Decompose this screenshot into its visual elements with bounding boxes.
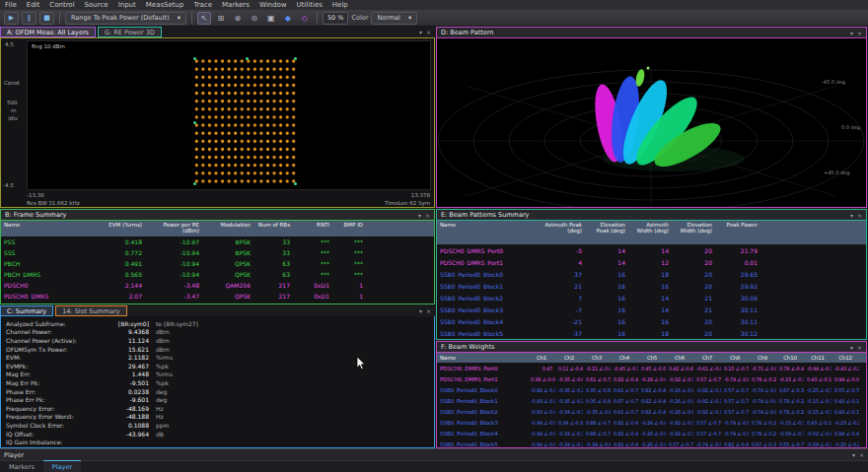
column-header[interactable]: Name (437, 354, 528, 362)
marker-icon[interactable]: ◆ (281, 12, 295, 25)
pause-icon[interactable]: ‖ (22, 12, 36, 25)
color-mode-dropdown[interactable]: Normal ▾ (371, 12, 417, 25)
summary-row: Frequency Error: -48.169 Hz (1, 404, 434, 413)
menu-item[interactable]: Window (254, 0, 292, 10)
column-header[interactable]: Ch8 (721, 354, 749, 362)
table-row[interactable]: PDSCH0_DMRS2.07 -3.47QPSK 2170xD1 1 (1, 291, 434, 302)
table-row[interactable]: SSB0_Period0_Block121 1616 2029.92 (437, 280, 866, 292)
panel-menu-icon[interactable]: ▾ (850, 212, 853, 219)
menu-item[interactable]: Edit (22, 0, 45, 10)
table-row[interactable]: PDSCH0_DMRS_Port0-5 1414 2021.79 (437, 244, 866, 256)
table-row[interactable]: PSS0.418 -10.97BPSK 33*** *** (1, 236, 434, 247)
menu-item[interactable]: Input (113, 0, 141, 10)
column-header[interactable]: Ch7 (693, 354, 721, 362)
zoom-in-icon[interactable]: ⊕ (231, 12, 245, 25)
column-header[interactable]: Num of RBs (253, 221, 293, 236)
panel-menu-icon[interactable]: ▾ (418, 212, 421, 219)
table-row[interactable]: SSB0_Period0_Block4 -0.94 ∠-0.05-0.34 ∠-… (437, 428, 866, 438)
table-row[interactable]: SSB0_Period0_Block0 -0.92 ∠-0.13-0.36 ∠-… (437, 384, 866, 395)
menu-item[interactable]: Control (44, 0, 79, 10)
close-icon[interactable]: × (857, 30, 862, 36)
table-row[interactable]: PDSCH02.144 -3.48QAM256 2170xD1 1 (1, 280, 434, 291)
close-icon[interactable]: × (426, 307, 431, 314)
menu-item[interactable]: Utilities (291, 0, 326, 10)
beam-pattern-titlebar[interactable]: D: Beam Pattern ▾ × (437, 28, 866, 38)
column-header[interactable]: Ch2 (555, 354, 583, 362)
menu-item[interactable]: Trace (188, 0, 217, 10)
marker-delta-icon[interactable]: ◇ (298, 12, 312, 25)
close-icon[interactable]: × (857, 212, 862, 219)
menu-item[interactable]: Help (327, 0, 353, 10)
column-header[interactable]: Ch9 (749, 354, 776, 362)
table-row[interactable]: SSB0_Period0_Block037 1618 2029.65 (437, 268, 866, 280)
tab-summary[interactable]: C: Summary (0, 305, 53, 316)
autoscale-icon[interactable]: ▣ (264, 12, 278, 25)
table-row[interactable]: PDSCH0_DMRS_Port1 0.38 ∠-0.05-0.35 ∠-0.0… (437, 373, 866, 384)
column-header[interactable]: Azimuth Width (deg) (628, 221, 672, 236)
close-icon[interactable]: × (857, 344, 862, 351)
column-header[interactable]: Ch11 (804, 354, 832, 362)
column-header[interactable]: Name (1, 221, 100, 236)
player-panel[interactable]: Player ▾ × (0, 448, 868, 460)
column-header[interactable]: Ch3 (583, 354, 611, 362)
range-dropdown[interactable]: Range To Peak Power (Default) ▾ (65, 12, 186, 25)
table-row[interactable]: PDSCH0_DMRS_Port0 0.470.11 ∠-0.44 -0.21 … (437, 363, 866, 373)
column-header[interactable]: EVM (%rms) (100, 221, 145, 236)
column-header[interactable]: Elevation Peak (deg) (585, 221, 628, 236)
tab-re-power-3d[interactable]: G: RE Power 3D (98, 27, 162, 37)
close-icon[interactable]: × (425, 212, 430, 219)
table-row[interactable]: PBCH0.491 -10.94QPSK 63*** *** (1, 258, 434, 269)
column-header[interactable]: Power per RE (dBm) (145, 221, 202, 236)
table-row[interactable]: SSB0_Period0_Block4-21 1616 2030.11 (437, 315, 866, 327)
panel-menu-icon[interactable]: ▾ (852, 451, 855, 458)
menu-item[interactable]: Source (80, 0, 113, 10)
table-row[interactable]: PBCH_DMRS0.565 -10.94QPSK 63*** *** (1, 269, 434, 280)
column-header[interactable]: RNTI (293, 221, 332, 236)
column-header[interactable]: Ch6 (666, 354, 693, 362)
menu-item[interactable]: MeasSetup (141, 0, 189, 10)
beam-patterns-summary-titlebar[interactable]: E: Beam Patterns Summary ▾ × (437, 210, 866, 221)
close-icon[interactable]: × (426, 29, 431, 35)
menu-item[interactable]: File (0, 0, 22, 10)
tab-player[interactable]: Player (43, 460, 81, 472)
zoom-out-icon[interactable]: ⊖ (248, 12, 261, 25)
tab-ofdm-meas-all-layers[interactable]: A: OFDM Meas: All Layers (0, 27, 96, 37)
table-row[interactable]: SSB0_Period0_Block5-37 1618 2030.12 (437, 327, 866, 339)
column-header[interactable]: Azimuth Peak (deg) (542, 221, 585, 236)
column-header[interactable]: Ch5 (638, 354, 666, 362)
column-header[interactable]: BMP ID (332, 221, 366, 236)
column-header[interactable]: Ch12 (832, 354, 859, 362)
stop-icon[interactable]: ■ (39, 12, 54, 25)
table-row[interactable]: SSB0_Period0_Block2 -0.93 ∠-0.05-0.34 ∠-… (437, 406, 866, 417)
panel-menu-icon[interactable]: ▾ (419, 29, 422, 35)
column-header[interactable]: Ch10 (776, 354, 804, 362)
panel-menu-icon[interactable]: ▾ (419, 307, 422, 314)
column-header[interactable]: Elevation Width (deg) (672, 221, 715, 236)
column-header[interactable]: Ch4 (611, 354, 638, 362)
frame-summary-titlebar[interactable]: B: Frame Summary ▾ × (1, 210, 434, 221)
zoom-percent-field[interactable]: 50 % (323, 12, 349, 25)
tab-slot-summary[interactable]: 14: Slot Summary (55, 305, 126, 316)
table-row[interactable]: SSB0_Period0_Block1 -0.93 ∠-0.15-0.35 ∠-… (437, 395, 866, 406)
constellation-plot[interactable]: Rng 10 dBm (27, 40, 431, 190)
beam-pattern-3d[interactable]: -45.0 deg 0.0 deg +45.0 deg (437, 38, 866, 207)
column-header[interactable]: Peak Power (715, 221, 760, 229)
close-icon[interactable]: × (859, 451, 864, 458)
panel-menu-icon[interactable]: ▾ (850, 344, 853, 351)
table-row[interactable]: SSS0.772 -10.94BPSK 33*** *** (1, 247, 434, 258)
tab-markers[interactable]: Markers (0, 461, 43, 472)
pointer-icon[interactable]: ↖ (197, 12, 211, 25)
table-row[interactable]: PDSCH0_DMRS_Port14 1412 200.01 (437, 256, 866, 268)
zoom-area-icon[interactable]: ⊞ (214, 12, 228, 25)
beam-weights-titlebar[interactable]: F: Beam Weights ▾ × (437, 342, 866, 353)
column-header[interactable]: Ch1 (528, 354, 555, 362)
column-header[interactable]: Name (437, 221, 542, 229)
table-row[interactable]: SSB0_Period0_Block27 1614 2130.06 (437, 292, 866, 303)
table-row[interactable]: SSB0_Period0_Block3-7 1614 2130.11 (437, 303, 866, 315)
restart-icon[interactable]: ▶ (4, 12, 19, 25)
table-row[interactable]: SSB0_Period0_Block3 -0.94 ∠-0.050.34 ∠-0… (437, 417, 866, 428)
summary-label: Channel Power: (1, 328, 96, 335)
menu-item[interactable]: Markers (217, 0, 254, 10)
panel-menu-icon[interactable]: ▾ (850, 30, 853, 36)
column-header[interactable]: Modulation (202, 221, 253, 236)
